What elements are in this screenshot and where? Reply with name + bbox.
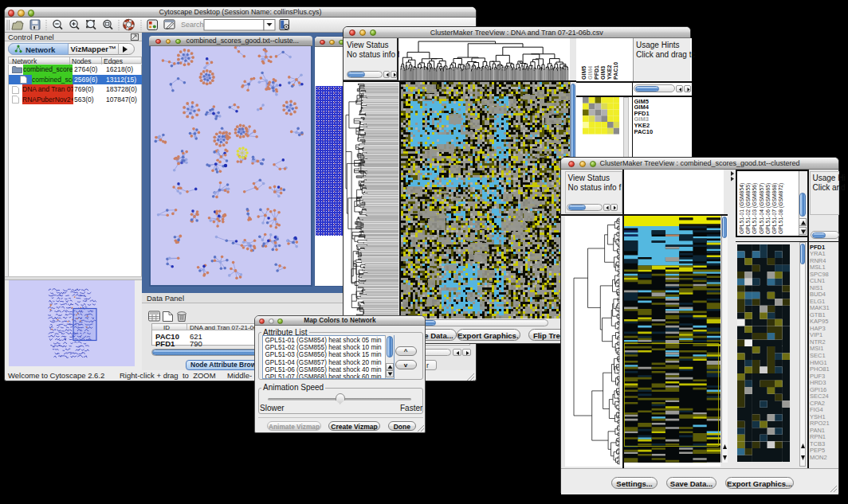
svg-text:GPL51-07 (GSM868): GPL51-07 (GSM868) [771,183,777,234]
svg-text:GPL51-03 (GSM856): GPL51-03 (GSM856) [752,183,758,234]
svg-text:PAC10: PAC10 [613,62,618,80]
svg-text:GPL51-02 (GSM855): GPL51-02 (GSM855) [745,183,752,234]
svg-text:GIM3: GIM3 [600,66,606,80]
svg-text:GPL51-01 (GSM854): GPL51-01 (GSM854) [739,183,745,234]
svg-text:GIM4: GIM4 [587,66,593,80]
svg-text:GPL51-04 (GSM857): GPL51-04 (GSM857) [758,183,764,234]
svg-text:PFD1: PFD1 [594,65,599,80]
svg-text:Search:: Search: [181,21,206,29]
svg-text:YKE2: YKE2 [607,65,612,80]
svg-text:GPL51-08 (GSM872): GPL51-08 (GSM872) [777,183,783,234]
svg-text:GIM5: GIM5 [581,66,587,80]
svg-text:GPL51-06 (GSM865): GPL51-06 (GSM865) [764,183,771,234]
